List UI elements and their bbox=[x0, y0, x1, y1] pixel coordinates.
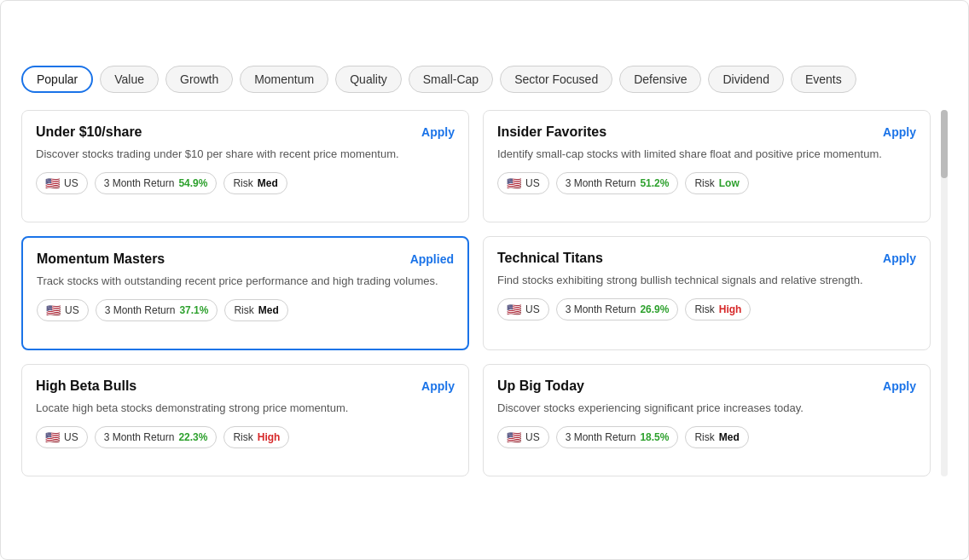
risk-label: Risk bbox=[694, 431, 714, 443]
risk-value: Low bbox=[719, 177, 740, 189]
risk-tag: Risk Low bbox=[685, 172, 748, 194]
apply-button-momentum-masters[interactable]: Applied bbox=[410, 252, 454, 266]
scrollbar-thumb[interactable] bbox=[941, 110, 948, 178]
return-value: 54.9% bbox=[178, 177, 207, 189]
return-value: 18.5% bbox=[640, 431, 669, 443]
region-tag: 🇺🇸 US bbox=[497, 298, 549, 320]
card-header: Up Big Today Apply bbox=[497, 378, 916, 394]
risk-label: Risk bbox=[233, 177, 252, 189]
return-label: 3 Month Return bbox=[104, 177, 175, 189]
card-description: Track stocks with outstanding recent pri… bbox=[37, 274, 454, 289]
modal-header bbox=[21, 21, 948, 49]
flag-icon: 🇺🇸 bbox=[45, 430, 60, 444]
card-technical-titans: Technical Titans Apply Find stocks exhib… bbox=[483, 236, 931, 350]
flag-icon: 🇺🇸 bbox=[507, 176, 521, 190]
risk-tag: Risk Med bbox=[223, 172, 287, 194]
card-header: Under $10/share Apply bbox=[36, 124, 455, 140]
filter-chip-quality[interactable]: Quality bbox=[335, 66, 402, 93]
return-value: 26.9% bbox=[640, 303, 669, 315]
card-under-10: Under $10/share Apply Discover stocks tr… bbox=[21, 110, 469, 222]
risk-value: High bbox=[258, 431, 281, 443]
filter-chip-events[interactable]: Events bbox=[791, 66, 856, 93]
card-description: Discover stocks trading under $10 per sh… bbox=[36, 147, 455, 162]
filter-chip-value[interactable]: Value bbox=[100, 66, 159, 93]
flag-icon: 🇺🇸 bbox=[507, 430, 521, 444]
return-tag: 3 Month Return 18.5% bbox=[556, 426, 679, 448]
region-label: US bbox=[525, 431, 540, 443]
return-label: 3 Month Return bbox=[105, 304, 176, 316]
card-tags: 🇺🇸 US 3 Month Return 26.9% Risk High bbox=[497, 298, 916, 320]
card-insider-favorites: Insider Favorites Apply Identify small-c… bbox=[483, 110, 931, 222]
filter-chip-growth[interactable]: Growth bbox=[165, 66, 233, 93]
flag-icon: 🇺🇸 bbox=[45, 176, 60, 190]
card-description: Identify small-cap stocks with limited s… bbox=[497, 147, 916, 162]
card-title: Up Big Today bbox=[497, 378, 584, 394]
card-tags: 🇺🇸 US 3 Month Return 18.5% Risk Med bbox=[497, 426, 916, 448]
card-header: Technical Titans Apply bbox=[497, 251, 916, 266]
filter-chip-small-cap[interactable]: Small-Cap bbox=[409, 66, 493, 93]
card-description: Locate high beta stocks demonstrating st… bbox=[36, 401, 455, 416]
risk-label: Risk bbox=[234, 304, 253, 316]
card-tags: 🇺🇸 US 3 Month Return 37.1% Risk Med bbox=[37, 299, 454, 321]
return-label: 3 Month Return bbox=[566, 303, 636, 315]
card-tags: 🇺🇸 US 3 Month Return 51.2% Risk Low bbox=[497, 172, 916, 194]
apply-button-high-beta-bulls[interactable]: Apply bbox=[421, 379, 455, 393]
card-description: Discover stocks experiencing significant… bbox=[497, 401, 916, 416]
return-tag: 3 Month Return 51.2% bbox=[556, 172, 679, 194]
return-value: 37.1% bbox=[179, 304, 208, 316]
apply-button-insider-favorites[interactable]: Apply bbox=[883, 125, 916, 139]
card-momentum-masters: Momentum Masters Applied Track stocks wi… bbox=[21, 236, 469, 350]
region-tag: 🇺🇸 US bbox=[497, 172, 549, 194]
card-tags: 🇺🇸 US 3 Month Return 22.3% Risk High bbox=[36, 426, 455, 448]
return-label: 3 Month Return bbox=[104, 431, 175, 443]
return-tag: 3 Month Return 54.9% bbox=[95, 172, 218, 194]
filter-chip-defensive[interactable]: Defensive bbox=[619, 66, 701, 93]
return-label: 3 Month Return bbox=[566, 177, 636, 189]
filter-chip-dividend[interactable]: Dividend bbox=[708, 66, 783, 93]
region-tag: 🇺🇸 US bbox=[36, 426, 88, 448]
filter-chips-container: PopularValueGrowthMomentumQualitySmall-C… bbox=[21, 66, 948, 93]
apply-button-technical-titans[interactable]: Apply bbox=[883, 251, 916, 265]
content-area: Under $10/share Apply Discover stocks tr… bbox=[21, 110, 948, 476]
card-title: Insider Favorites bbox=[497, 124, 606, 140]
card-high-beta-bulls: High Beta Bulls Apply Locate high beta s… bbox=[21, 364, 469, 476]
risk-value: Med bbox=[719, 431, 740, 443]
return-tag: 3 Month Return 37.1% bbox=[96, 299, 218, 321]
apply-button-up-big-today[interactable]: Apply bbox=[883, 379, 916, 393]
risk-value: Med bbox=[258, 177, 278, 189]
card-header: Momentum Masters Applied bbox=[37, 251, 454, 267]
region-tag: 🇺🇸 US bbox=[497, 426, 549, 448]
risk-label: Risk bbox=[694, 303, 714, 315]
screeners-modal: PopularValueGrowthMomentumQualitySmall-C… bbox=[0, 0, 969, 560]
scrollbar-track bbox=[941, 110, 948, 476]
region-label: US bbox=[64, 431, 78, 443]
card-header: High Beta Bulls Apply bbox=[36, 378, 455, 394]
region-label: US bbox=[525, 303, 540, 315]
return-tag: 3 Month Return 22.3% bbox=[95, 426, 218, 448]
risk-tag: Risk Med bbox=[685, 426, 748, 448]
region-tag: 🇺🇸 US bbox=[36, 172, 88, 194]
card-title: Under $10/share bbox=[36, 124, 142, 140]
risk-label: Risk bbox=[694, 177, 714, 189]
card-title: High Beta Bulls bbox=[36, 378, 136, 394]
region-label: US bbox=[525, 177, 540, 189]
return-value: 22.3% bbox=[178, 431, 207, 443]
return-tag: 3 Month Return 26.9% bbox=[556, 298, 679, 320]
return-value: 51.2% bbox=[640, 177, 669, 189]
close-button[interactable] bbox=[920, 21, 948, 49]
filter-chip-momentum[interactable]: Momentum bbox=[240, 66, 328, 93]
filter-chip-popular[interactable]: Popular bbox=[21, 66, 93, 93]
region-label: US bbox=[65, 304, 79, 316]
region-tag: 🇺🇸 US bbox=[37, 299, 89, 321]
risk-tag: Risk Med bbox=[224, 299, 287, 321]
apply-button-under-10[interactable]: Apply bbox=[421, 125, 455, 139]
filter-chip-sector-focused[interactable]: Sector Focused bbox=[500, 66, 612, 93]
cards-grid: Under $10/share Apply Discover stocks tr… bbox=[21, 110, 941, 476]
return-label: 3 Month Return bbox=[566, 431, 636, 443]
risk-label: Risk bbox=[233, 431, 252, 443]
flag-icon: 🇺🇸 bbox=[46, 303, 61, 317]
risk-tag: Risk High bbox=[223, 426, 289, 448]
region-label: US bbox=[64, 177, 78, 189]
card-title: Technical Titans bbox=[497, 251, 603, 266]
card-tags: 🇺🇸 US 3 Month Return 54.9% Risk Med bbox=[36, 172, 455, 194]
